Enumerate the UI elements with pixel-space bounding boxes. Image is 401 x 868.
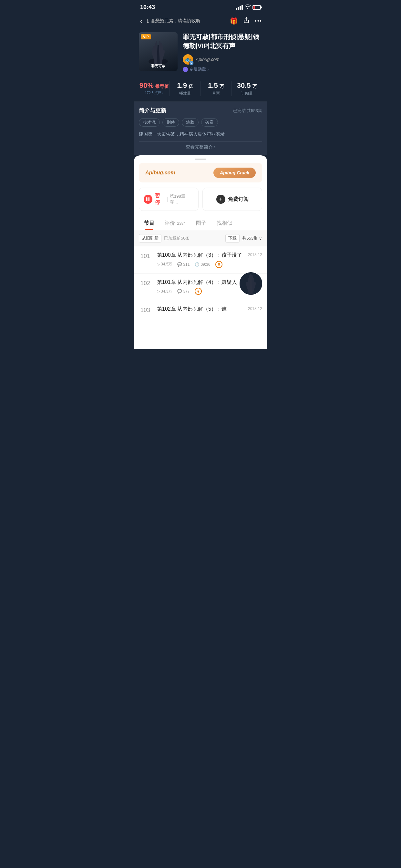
album-overlay-title: 罪无可赦: [139, 64, 178, 68]
crack-button[interactable]: Apibug Crack: [213, 167, 256, 178]
ep-comments-102: 💬 377: [177, 289, 189, 293]
svg-rect-1: [146, 197, 148, 201]
author-row: 🐟 V Apibug.com: [183, 54, 262, 65]
watermark-banner: Apibug.com Apibug Crack: [139, 163, 262, 182]
vip-badge: VIP: [141, 34, 151, 39]
tag-brainy[interactable]: 烧脑: [182, 118, 198, 127]
view-full-button[interactable]: 查看完整简介 ›: [139, 142, 262, 150]
chevron-right-icon: ›: [207, 67, 209, 72]
content-header: 罪无可赦 VIP 罪无可赦|都市刑侦|悬疑|钱德勒|VIP|北冥有声 🐟 V A…: [134, 28, 267, 78]
member-badge-row[interactable]: ● 专属勋章 ›: [183, 66, 262, 72]
episode-thumbnail: [240, 272, 262, 295]
desc-text: 建国第一大案告破，精神病人集体犯罪实录: [139, 130, 262, 137]
episode-item-101[interactable]: 101 第100章 从内部瓦解（3）：孩子没了 2018-12 ▷ 34.5万 …: [134, 246, 267, 273]
sort-button[interactable]: 从旧到新: [139, 234, 161, 243]
album-title: 罪无可赦|都市刑侦|悬疑|钱德勒|VIP|北冥有声: [183, 32, 262, 51]
ep-title-102: 第101章 从内部瓦解（4）：嫌疑人: [157, 279, 248, 286]
nav-bar: ‹ ℹ 含悬疑元素，请谨慎收听 🎁 •••: [134, 13, 267, 28]
status-bar: 16:43: [134, 0, 267, 13]
ep-number-103: 103: [139, 306, 152, 314]
desc-title: 简介与更新: [139, 107, 166, 114]
pause-icon: [144, 195, 152, 204]
back-button[interactable]: ‹: [139, 16, 144, 26]
stat-recommend[interactable]: 90% 推荐值 172人点评 ›: [139, 82, 170, 96]
subscribe-button[interactable]: + 免费订阅: [203, 188, 262, 211]
battery-icon: [252, 5, 261, 10]
total-episodes[interactable]: 共553集 ∨: [242, 236, 262, 241]
ep-content-103: 第102章 从内部瓦解（5）：谁 2018-12: [157, 306, 262, 314]
coin-icon-102: ¥: [195, 288, 202, 295]
pause-info: 暂停 | 第198章 夺…: [155, 192, 194, 206]
tag-crime[interactable]: 刑侦: [162, 118, 179, 127]
stats-row: 90% 推荐值 172人点评 › 1.9 亿 播放量 1.5 万 月票 30.5…: [134, 78, 267, 102]
ep-date-103: 2018-12: [248, 306, 262, 311]
desc-header: 简介与更新 已完结 共553集: [139, 107, 262, 114]
review-badge: 2384: [177, 221, 186, 226]
ep-number-101: 101: [139, 252, 152, 259]
pause-button[interactable]: 暂停 | 第198章 夺…: [139, 188, 198, 211]
sheet-handle: [134, 155, 267, 163]
tab-reviews[interactable]: 评价 2384: [159, 216, 191, 230]
ep-title-row-103: 第102章 从内部瓦解（5）：谁 2018-12: [157, 306, 262, 313]
ep-title-row-101: 第100章 从内部瓦解（3）：孩子没了 2018-12: [157, 252, 262, 259]
tag-techflow[interactable]: 技术流: [139, 118, 160, 127]
episode-item-103[interactable]: 103 第102章 从内部瓦解（5）：谁 2018-12: [134, 300, 267, 320]
stat-monthly: 1.5 万 月票: [201, 82, 232, 96]
coin-icon-101: ¥: [215, 261, 222, 268]
ep-date-101: 2018-12: [248, 252, 262, 257]
ep-meta-101: ▷ 34.5万 💬 311 🕐 09:36 ¥: [157, 261, 262, 268]
ep-comments-101: 💬 311: [177, 262, 189, 267]
drag-handle: [195, 159, 206, 160]
ep-title-101: 第100章 从内部瓦解（3）：孩子没了: [157, 252, 248, 259]
download-button[interactable]: 下载: [225, 234, 240, 243]
comment-icon: 💬: [177, 289, 182, 293]
ep-plays-102: ▷ 34.3万: [157, 289, 172, 294]
plus-icon: +: [216, 195, 225, 204]
ep-plays-101: ▷ 34.5万: [157, 261, 172, 267]
nav-warning: ℹ 含悬疑元素，请谨慎收听: [147, 18, 227, 24]
status-icons: [236, 4, 261, 10]
chevron-down-icon: ∨: [259, 236, 262, 241]
album-cover: 罪无可赦 VIP: [139, 32, 178, 71]
tags-row: 技术流 刑侦 烧脑 破案: [139, 118, 262, 127]
play-icon: ▷: [157, 289, 160, 293]
loaded-text: 已加载前50条: [164, 236, 189, 241]
nav-actions: 🎁 •••: [230, 17, 262, 25]
stat-plays: 1.9 亿 播放量: [170, 82, 201, 96]
ep-duration-101: 🕐 09:36: [195, 262, 210, 267]
watermark-text: Apibug.com: [145, 170, 175, 176]
ep-content-101: 第100章 从内部瓦解（3）：孩子没了 2018-12 ▷ 34.5万 💬 31…: [157, 252, 262, 268]
tag-solving[interactable]: 破案: [201, 118, 218, 127]
signal-icon: [236, 5, 243, 10]
author-name[interactable]: Apibug.com: [196, 57, 220, 62]
clock-icon: 🕐: [195, 262, 199, 267]
tabs-bar: 节目 评价 2384 圈子 找相似: [134, 216, 267, 230]
ep-title-103: 第102章 从内部瓦解（5）：谁: [157, 306, 241, 313]
comment-icon: 💬: [177, 262, 182, 267]
description-section: 简介与更新 已完结 共553集 技术流 刑侦 烧脑 破案 建国第一大案告破，精神…: [134, 102, 267, 155]
status-time: 16:43: [140, 4, 155, 11]
desc-status: 已完结 共553集: [233, 108, 262, 114]
bottom-sheet: Apibug.com Apibug Crack 暂停 | 第198章 夺… + …: [134, 155, 267, 349]
stat-review-count[interactable]: 172人点评 ›: [139, 90, 169, 95]
tab-community[interactable]: 圈子: [191, 216, 212, 230]
share-button[interactable]: [243, 17, 250, 25]
more-button[interactable]: •••: [255, 18, 262, 24]
album-info: 罪无可赦|都市刑侦|悬疑|钱德勒|VIP|北冥有声 🐟 V Apibug.com…: [183, 32, 262, 72]
tab-similar[interactable]: 找相似: [212, 216, 237, 230]
svg-rect-2: [149, 197, 150, 201]
author-avatar: 🐟 V: [183, 54, 193, 65]
wifi-icon: [245, 4, 251, 10]
episode-list-header: 从旧到新 已加载前50条 下载 共553集 ∨: [134, 230, 267, 246]
ep-filter-left: 从旧到新 已加载前50条: [139, 234, 189, 243]
episode-item-102[interactable]: 102 第101章 从内部瓦解（4）：嫌疑人 2018-12 ▷ 34.3万 💬…: [134, 274, 267, 300]
play-icon: ▷: [157, 262, 160, 267]
ep-number-102: 102: [139, 279, 152, 287]
stat-subscribers: 30.5 万 订阅量: [232, 82, 262, 96]
action-buttons: 暂停 | 第198章 夺… + 免费订阅: [134, 182, 267, 216]
purple-badge-icon: ●: [183, 67, 188, 72]
gift-button[interactable]: 🎁: [230, 17, 238, 25]
tab-episodes[interactable]: 节目: [139, 216, 159, 230]
